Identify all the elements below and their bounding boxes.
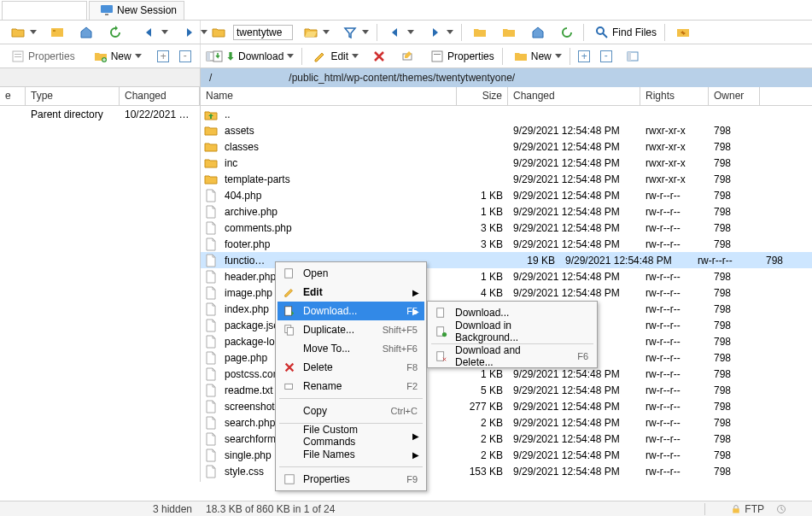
file-row[interactable]: archive.php1 KB9/29/2021 12:54:48 PMrw-r…	[201, 203, 812, 220]
file-rights: rw-r--r--	[640, 433, 709, 445]
bookmark2-button[interactable]	[494, 23, 522, 42]
status-selection: 18.3 KB of 860 KB in 1 of 24	[201, 503, 704, 515]
col-rights[interactable]: Rights	[640, 87, 709, 105]
file-changed: 9/29/2021 12:54:48 PM	[508, 222, 640, 234]
file-changed: 9/29/2021 12:54:48 PM	[508, 141, 640, 153]
ctx-download[interactable]: Download...F5▶	[277, 302, 424, 320]
file-row-parent[interactable]: Parent directory 10/22/2021 10:28:	[0, 106, 200, 122]
file-row[interactable]: template-parts9/29/2021 12:54:48 PMrwxr-…	[201, 171, 812, 187]
remote-path-text: /public_html/wp-content/themes/twentytwe…	[289, 72, 515, 84]
new-button-l[interactable]: New	[86, 47, 146, 66]
ctx-open[interactable]: Open	[277, 264, 424, 283]
file-row[interactable]: classes9/29/2021 12:54:48 PMrwxr-xr-x798	[201, 138, 812, 155]
ctx-file-custom[interactable]: File Custom Commands▶	[277, 426, 424, 445]
file-row[interactable]: 404.php1 KB9/29/2021 12:54:48 PMrw-r--r-…	[201, 187, 812, 203]
chevron-down-icon	[555, 54, 562, 59]
col-type-local[interactable]: Type	[26, 87, 120, 105]
refresh-button[interactable]	[101, 23, 128, 42]
open-folder-icon	[304, 26, 318, 39]
status-protocol[interactable]: FTP	[704, 503, 812, 515]
col-changed[interactable]: Changed	[508, 87, 640, 105]
filter-button[interactable]	[336, 23, 373, 42]
file-row[interactable]: assets9/29/2021 12:54:48 PMrwxr-xr-x798	[201, 122, 812, 138]
chevron-down-icon	[323, 30, 330, 35]
file-owner: 798	[709, 222, 760, 234]
file-owner: 798	[709, 466, 760, 478]
new-button-r[interactable]: New	[506, 47, 566, 66]
remote-path-bar[interactable]: / /public_html/wp-content/themes/twentyt…	[201, 68, 812, 87]
filter-icon	[343, 26, 357, 39]
file-rights: rw-r--r--	[640, 271, 709, 283]
forward-arrow-icon	[182, 26, 196, 39]
session-tab-current[interactable]	[2, 1, 87, 20]
open-folder-button[interactable]	[3, 23, 41, 42]
folder-tree-icon	[50, 26, 64, 39]
file-row[interactable]: inc9/29/2021 12:54:48 PMrwxr-xr-x798	[201, 155, 812, 171]
delete-button[interactable]	[365, 47, 392, 66]
open-folder-button-r[interactable]	[296, 23, 334, 42]
refresh-button-r[interactable]	[552, 23, 580, 42]
find-files-button[interactable]: Find Files	[587, 23, 661, 42]
minus-button-l[interactable]: -	[175, 48, 196, 65]
file-icon	[204, 335, 218, 349]
file-icon	[204, 205, 218, 219]
minus-button-r[interactable]: -	[596, 48, 616, 65]
back-button[interactable]	[135, 23, 172, 42]
sub-download-del[interactable]: Download and Delete...F6	[429, 347, 595, 366]
sub-download-bg[interactable]: Download in Background...	[429, 322, 595, 341]
bookmark1-button[interactable]	[465, 23, 493, 42]
ctx-copy[interactable]: CopyCtrl+C	[277, 402, 424, 420]
file-size: 5 KB	[457, 384, 508, 396]
file-rights: rw-r--r--	[692, 255, 761, 267]
ctx-delete[interactable]: DeleteF8	[277, 358, 424, 377]
plus-button-l[interactable]: +	[153, 48, 173, 65]
file-row[interactable]: footer.php3 KB9/29/2021 12:54:48 PMrw-r-…	[201, 236, 812, 252]
ctx-rename[interactable]: RenameF2	[277, 377, 424, 396]
local-file-list[interactable]: Parent directory 10/22/2021 10:28:	[0, 106, 200, 482]
home-button[interactable]	[72, 23, 99, 42]
col-changed-local[interactable]: Changed	[120, 87, 200, 105]
col-name-local[interactable]: e	[0, 87, 26, 105]
rename-button-tb[interactable]	[394, 47, 421, 66]
properties-button-r[interactable]: Properties	[423, 47, 499, 66]
folder-tree-button[interactable]	[43, 23, 70, 42]
section-toggle-r[interactable]	[618, 47, 646, 66]
edit-button[interactable]: Edit	[306, 47, 363, 66]
ctx-duplicate[interactable]: Duplicate...Shift+F5	[277, 320, 424, 339]
file-changed: 9/29/2021 12:54:48 PM	[508, 287, 640, 299]
file-changed: 9/29/2021 12:54:48 PM	[508, 449, 640, 461]
plus-button-r[interactable]: +	[574, 48, 594, 65]
session-tab-new[interactable]: New Session	[89, 1, 184, 20]
file-name: inc	[219, 157, 242, 169]
sync-button[interactable]	[669, 23, 696, 42]
file-owner: 798	[709, 303, 760, 315]
back-button-r[interactable]	[381, 23, 418, 42]
ctx-move-to[interactable]: Move To...Shift+F6	[277, 339, 424, 358]
remote-path-input[interactable]	[233, 25, 293, 40]
download-button[interactable]: ⬇Download	[204, 47, 298, 66]
forward-button-r[interactable]	[420, 23, 458, 42]
row-type: Parent directory	[26, 108, 120, 120]
ctx-properties[interactable]: PropertiesF9	[277, 470, 424, 489]
chevron-down-icon	[135, 54, 142, 59]
local-path-bar[interactable]	[0, 68, 200, 87]
home-button-r[interactable]	[523, 23, 551, 42]
file-rights: rw-r--r--	[640, 287, 709, 299]
file-row[interactable]: comments.php3 KB9/29/2021 12:54:48 PMrw-…	[201, 220, 812, 236]
file-name: readme.txt	[219, 384, 278, 396]
file-changed: 9/29/2021 12:54:48 PM	[508, 417, 640, 429]
up-icon	[204, 108, 218, 121]
col-name[interactable]: Name	[201, 87, 457, 105]
ctx-edit[interactable]: Edit▶	[277, 283, 424, 302]
file-rights: rw-r--r--	[640, 190, 709, 202]
file-name: ..	[219, 108, 236, 120]
col-owner[interactable]: Owner	[709, 87, 760, 105]
col-size[interactable]: Size	[457, 87, 508, 105]
ctx-file-names[interactable]: File Names▶	[277, 445, 424, 464]
svg-rect-24	[285, 475, 295, 484]
status-hidden: 3 hidden	[0, 503, 201, 515]
file-row[interactable]: ..	[201, 106, 812, 122]
file-owner: 798	[709, 336, 760, 348]
chevron-down-icon	[287, 54, 294, 59]
properties-button-l[interactable]: Properties	[3, 47, 79, 66]
